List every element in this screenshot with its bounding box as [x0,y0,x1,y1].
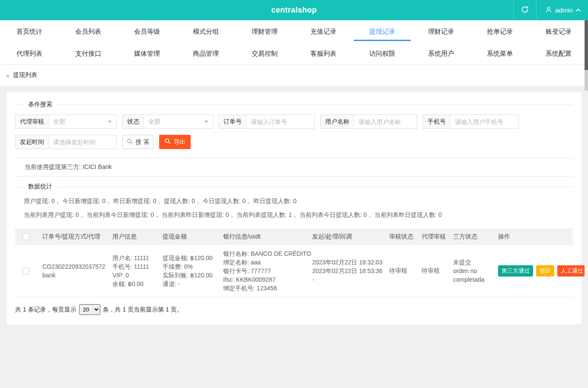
stats-line-current-list: 当前列表用户提现: 0， 当前列表今日新增提现: 0， 当前列表昨日新增提现: … [15,208,573,222]
bound-name: 绑定名称: aaa [223,258,307,267]
user-balance: 余额: ฿0.00 [112,280,157,288]
withdraw-method: bank [42,271,107,280]
third-party-notice: 当前使用提现第三方: ICICI Bank [15,158,573,177]
search-row-2: 发起时间 搜 索 [15,135,573,149]
nav-item-service-list[interactable]: 客服列表 [294,42,353,64]
user-icon [545,6,552,14]
nav-item-grab-records[interactable]: 抢单记录 [470,20,529,42]
start-time-label: 发起时间 [16,135,49,149]
search-button[interactable]: 搜 索 [122,135,153,149]
content-card: 条件搜索 代理审核 全部 状态 全部 订单号 [6,92,582,324]
third-status-cn: 未提交 [453,258,493,267]
user-phone: 手机号: 11111 [112,262,157,271]
manual-pass-button[interactable]: 人工通过 [557,265,587,277]
caret-down-icon [108,121,112,123]
create-time: 2023年02月22日 18:32:03 [312,258,384,267]
admin-label: admin [555,6,573,14]
nav-item-mode-group[interactable]: 模式分组 [176,20,235,42]
nav-item-product-mgmt[interactable]: 商品管理 [176,42,235,64]
page: centralshop admin [0,0,588,388]
header-times: 发起/处理/回调 [309,229,386,245]
page-size-select[interactable]: 20 [79,304,100,315]
breadcrumb-chevrons-icon: » [6,72,10,79]
row-checkbox[interactable] [22,267,29,274]
nav-item-finance-records[interactable]: 理财记录 [412,20,470,42]
search-icon [127,138,133,146]
caret-down-icon [204,121,208,123]
stats-legend: 数据统计 [24,183,57,191]
select-all-checkbox[interactable] [22,233,29,240]
username-label: 用户名称 [321,115,354,128]
search-row-1: 代理审核 全部 状态 全部 订单号 [15,114,573,129]
scrollbar-track-shade [585,70,588,91]
search-fieldset: 条件搜索 代理审核 全部 状态 全部 订单号 [15,101,573,149]
username-input[interactable] [354,115,417,128]
nav-item-home-stats[interactable]: 首页统计 [0,20,59,42]
scrollbar-track[interactable] [585,20,588,388]
bank-card-no: 银行卡号: 777777 [223,267,307,275]
bank-name: 银行名称: BANCO DE CRÉDITO [223,249,307,258]
topbar: centralshop admin [0,0,588,20]
nav-item-balance-records[interactable]: 账变记录 [529,20,588,42]
nav-item-agent-list[interactable]: 代理列表 [0,42,59,64]
start-time-input[interactable] [49,135,116,149]
export-search-icon [164,138,171,146]
nav-item-system-config[interactable]: 系统配置 [529,42,588,64]
cell-times: 2023年02月22日 18:32:03 2023年02月22日 18:53:3… [309,245,386,297]
header-order: 订单号/提现方式/代理 [39,229,109,245]
header-amount: 提现金额 [159,229,220,245]
order-no-group: 订单号 [219,114,315,129]
nav-item-recharge-records[interactable]: 充值记录 [294,20,353,42]
nav-item-system-users[interactable]: 系统用户 [412,42,470,64]
refresh-button[interactable] [513,0,536,20]
nav-item-member-level[interactable]: 会员等级 [118,20,176,42]
cell-audit-status: 待审核 [386,245,418,297]
chevron-up-icon [576,8,581,13]
withdraw-amount: 提现金额: ฿120.00 [163,254,218,262]
agent-audit-select[interactable]: 全部 [49,115,116,128]
phone-input[interactable] [451,115,518,128]
nav-item-finance-mgmt[interactable]: 理财管理 [235,20,294,42]
nav-item-member-list[interactable]: 会员列表 [59,20,118,42]
admin-menu[interactable]: admin [536,0,588,20]
header-actions: 操作 [495,229,573,245]
channel: 通道: - [163,280,218,288]
third-party-pass-button[interactable]: 第三方通过 [498,265,533,277]
start-time-group: 发起时间 [15,135,117,149]
order-no: CO2302220932037572 [42,262,107,271]
export-button[interactable]: 导出 [159,135,191,149]
order-no-input[interactable] [246,115,314,128]
status-label: 状态 [123,115,144,128]
search-legend: 条件搜索 [24,101,57,108]
breadcrumb: » 提现列表 [0,65,588,86]
page-title: 提现列表 [13,71,37,79]
bound-phone: 绑定手机号: 123456 [223,284,307,293]
scrollbar-thumb[interactable] [585,20,588,70]
stats-fieldset: 数据统计 用户提现: 0， 今日新增提现: 0， 昨日新增提现: 0， 提现人数… [15,183,573,222]
cell-actions: 第三方通过 驳回 人工通过 [495,245,573,297]
header-third-status: 三方状态 [450,229,495,245]
cell-third-status: 未提交 orden no completada [450,245,495,297]
callback-time: - [312,275,384,284]
pagination-prefix: 共 1 条记录，每页显示 [15,306,77,314]
table-header-row: 订单号/提现方式/代理 用户信息 提现金额 银行信息/usdt 发起/处理/回调… [15,229,573,245]
header-audit-status: 审核状态 [386,229,418,245]
third-status-es: orden no completada [453,267,493,284]
nav-item-trade-control[interactable]: 交易控制 [235,42,294,64]
reject-button[interactable]: 驳回 [536,265,554,277]
stats-line-global: 用户提现: 0， 今日新增提现: 0， 昨日新增提现: 0， 提现人数: 0， … [15,194,573,208]
nav-item-system-menu[interactable]: 系统菜单 [470,42,529,64]
main-nav: 首页统计 会员列表 会员等级 模式分组 理财管理 充值记录 提现记录 理财记录 … [0,20,588,65]
ifsc: Ifsc: KKBK0009287 [223,275,307,284]
refresh-icon [521,6,529,15]
status-select[interactable]: 全部 [144,115,213,128]
nav-item-payment-api[interactable]: 支付接口 [59,42,118,64]
fee: 手续费: 0% [163,262,218,271]
pagination-suffix: 条，共 1 页当前显示第 1 页。 [103,306,183,314]
cell-bank-info: 银行名称: BANCO DE CRÉDITO 绑定名称: aaa 银行卡号: 7… [220,245,309,297]
nav-item-withdraw-records[interactable]: 提现记录 [353,20,412,42]
nav-item-media-mgmt[interactable]: 媒体管理 [118,42,176,64]
phone-group: 手机号 [423,114,519,129]
table-row: CO2302220932037572 bank 用户名: 11111 手机号: … [15,245,573,297]
nav-item-access-rights[interactable]: 访问权限 [353,42,412,64]
